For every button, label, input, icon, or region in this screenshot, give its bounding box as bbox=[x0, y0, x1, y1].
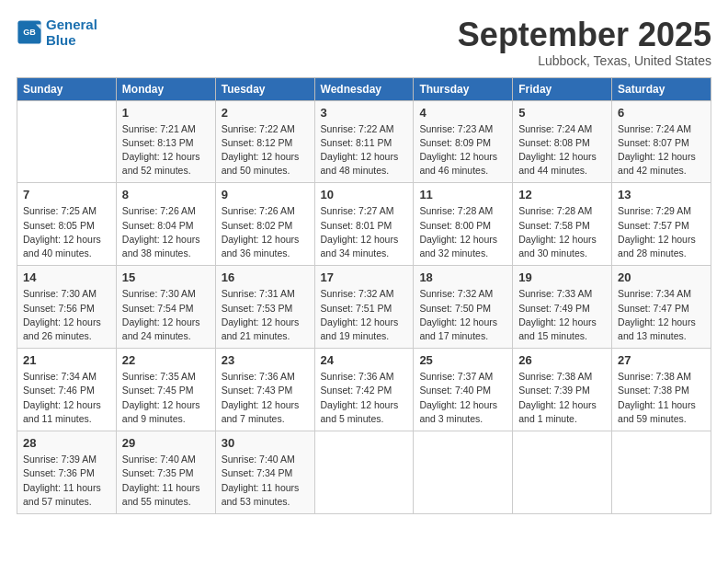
day-number: 19 bbox=[518, 270, 606, 284]
calendar-cell: 11Sunrise: 7:28 AMSunset: 8:00 PMDayligh… bbox=[414, 183, 513, 266]
calendar-cell: 8Sunrise: 7:26 AMSunset: 8:04 PMDaylight… bbox=[116, 183, 215, 266]
day-info: Sunrise: 7:32 AMSunset: 7:50 PMDaylight:… bbox=[419, 287, 506, 343]
day-info: Sunrise: 7:40 AMSunset: 7:35 PMDaylight:… bbox=[122, 453, 210, 509]
calendar-cell: 14Sunrise: 7:30 AMSunset: 7:56 PMDayligh… bbox=[17, 266, 117, 349]
calendar-cell: 9Sunrise: 7:26 AMSunset: 8:02 PMDaylight… bbox=[215, 183, 314, 266]
calendar-week-1: 1Sunrise: 7:21 AMSunset: 8:13 PMDaylight… bbox=[17, 100, 711, 183]
calendar-cell: 21Sunrise: 7:34 AMSunset: 7:46 PMDayligh… bbox=[17, 349, 117, 431]
day-info: Sunrise: 7:36 AMSunset: 7:42 PMDaylight:… bbox=[321, 370, 408, 426]
day-info: Sunrise: 7:27 AMSunset: 8:01 PMDaylight:… bbox=[321, 204, 408, 260]
day-header-monday: Monday bbox=[116, 77, 215, 100]
day-number: 1 bbox=[122, 106, 210, 120]
day-info: Sunrise: 7:22 AMSunset: 8:12 PMDaylight:… bbox=[222, 122, 309, 178]
day-number: 3 bbox=[321, 106, 408, 120]
day-number: 2 bbox=[222, 106, 309, 120]
day-info: Sunrise: 7:22 AMSunset: 8:11 PMDaylight:… bbox=[321, 122, 408, 178]
day-number: 7 bbox=[23, 188, 110, 201]
day-header-thursday: Thursday bbox=[414, 77, 513, 100]
calendar-cell: 17Sunrise: 7:32 AMSunset: 7:51 PMDayligh… bbox=[314, 266, 414, 349]
day-info: Sunrise: 7:26 AMSunset: 8:02 PMDaylight:… bbox=[222, 204, 309, 260]
day-info: Sunrise: 7:26 AMSunset: 8:04 PMDaylight:… bbox=[122, 204, 210, 260]
month-title: September 2025 bbox=[458, 17, 711, 53]
calendar-cell: 1Sunrise: 7:21 AMSunset: 8:13 PMDaylight… bbox=[116, 100, 215, 183]
day-info: Sunrise: 7:38 AMSunset: 7:39 PMDaylight:… bbox=[518, 370, 606, 426]
day-info: Sunrise: 7:28 AMSunset: 8:00 PMDaylight:… bbox=[419, 204, 506, 260]
calendar-cell bbox=[513, 431, 612, 514]
day-number: 5 bbox=[518, 106, 606, 120]
svg-text:GB: GB bbox=[23, 28, 36, 37]
calendar-cell: 18Sunrise: 7:32 AMSunset: 7:50 PMDayligh… bbox=[414, 266, 513, 349]
day-number: 25 bbox=[419, 353, 506, 367]
day-info: Sunrise: 7:30 AMSunset: 7:54 PMDaylight:… bbox=[122, 287, 210, 343]
calendar-week-5: 28Sunrise: 7:39 AMSunset: 7:36 PMDayligh… bbox=[17, 431, 711, 514]
calendar-week-2: 7Sunrise: 7:25 AMSunset: 8:05 PMDaylight… bbox=[17, 183, 711, 266]
calendar-cell: 12Sunrise: 7:28 AMSunset: 7:58 PMDayligh… bbox=[513, 183, 612, 266]
day-info: Sunrise: 7:33 AMSunset: 7:49 PMDaylight:… bbox=[518, 287, 606, 343]
day-info: Sunrise: 7:24 AMSunset: 8:07 PMDaylight:… bbox=[618, 122, 705, 178]
calendar-cell: 22Sunrise: 7:35 AMSunset: 7:45 PMDayligh… bbox=[116, 349, 215, 431]
day-number: 13 bbox=[618, 188, 705, 201]
day-header-wednesday: Wednesday bbox=[314, 77, 414, 100]
day-header-sunday: Sunday bbox=[17, 77, 117, 100]
calendar-cell: 13Sunrise: 7:29 AMSunset: 7:57 PMDayligh… bbox=[612, 183, 711, 266]
day-info: Sunrise: 7:31 AMSunset: 7:53 PMDaylight:… bbox=[222, 287, 309, 343]
calendar-header-row: SundayMondayTuesdayWednesdayThursdayFrid… bbox=[17, 77, 711, 100]
calendar-cell: 29Sunrise: 7:40 AMSunset: 7:35 PMDayligh… bbox=[116, 431, 215, 514]
calendar-cell: 6Sunrise: 7:24 AMSunset: 8:07 PMDaylight… bbox=[612, 100, 711, 183]
day-info: Sunrise: 7:37 AMSunset: 7:40 PMDaylight:… bbox=[419, 370, 506, 426]
day-header-saturday: Saturday bbox=[612, 77, 711, 100]
day-number: 29 bbox=[122, 436, 210, 450]
calendar-cell: 5Sunrise: 7:24 AMSunset: 8:08 PMDaylight… bbox=[513, 100, 612, 183]
calendar-cell: 24Sunrise: 7:36 AMSunset: 7:42 PMDayligh… bbox=[314, 349, 414, 431]
logo-text: General Blue bbox=[46, 17, 97, 48]
logo: GB General Blue bbox=[17, 17, 97, 48]
day-number: 26 bbox=[518, 353, 606, 367]
calendar-cell: 27Sunrise: 7:38 AMSunset: 7:38 PMDayligh… bbox=[612, 349, 711, 431]
day-info: Sunrise: 7:29 AMSunset: 7:57 PMDaylight:… bbox=[618, 204, 705, 260]
day-header-tuesday: Tuesday bbox=[215, 77, 314, 100]
day-number: 14 bbox=[23, 270, 110, 284]
day-number: 11 bbox=[419, 188, 506, 201]
day-number: 22 bbox=[122, 353, 210, 367]
day-info: Sunrise: 7:38 AMSunset: 7:38 PMDaylight:… bbox=[618, 370, 705, 426]
day-number: 20 bbox=[618, 270, 705, 284]
day-info: Sunrise: 7:34 AMSunset: 7:47 PMDaylight:… bbox=[618, 287, 705, 343]
calendar-cell: 10Sunrise: 7:27 AMSunset: 8:01 PMDayligh… bbox=[314, 183, 414, 266]
day-info: Sunrise: 7:39 AMSunset: 7:36 PMDaylight:… bbox=[23, 453, 110, 509]
day-number: 30 bbox=[222, 436, 309, 450]
day-number: 24 bbox=[321, 353, 408, 367]
calendar-cell: 15Sunrise: 7:30 AMSunset: 7:54 PMDayligh… bbox=[116, 266, 215, 349]
day-header-friday: Friday bbox=[513, 77, 612, 100]
calendar-cell: 16Sunrise: 7:31 AMSunset: 7:53 PMDayligh… bbox=[215, 266, 314, 349]
day-info: Sunrise: 7:21 AMSunset: 8:13 PMDaylight:… bbox=[122, 122, 210, 178]
day-info: Sunrise: 7:24 AMSunset: 8:08 PMDaylight:… bbox=[518, 122, 606, 178]
day-info: Sunrise: 7:40 AMSunset: 7:34 PMDaylight:… bbox=[222, 453, 309, 509]
calendar-table: SundayMondayTuesdayWednesdayThursdayFrid… bbox=[17, 77, 711, 514]
calendar-cell bbox=[17, 100, 117, 183]
calendar-week-3: 14Sunrise: 7:30 AMSunset: 7:56 PMDayligh… bbox=[17, 266, 711, 349]
calendar-cell: 4Sunrise: 7:23 AMSunset: 8:09 PMDaylight… bbox=[414, 100, 513, 183]
day-number: 4 bbox=[419, 106, 506, 120]
day-number: 12 bbox=[518, 188, 606, 201]
day-number: 21 bbox=[23, 353, 110, 367]
day-info: Sunrise: 7:28 AMSunset: 7:58 PMDaylight:… bbox=[518, 204, 606, 260]
day-number: 10 bbox=[321, 188, 408, 201]
logo-icon: GB bbox=[17, 19, 42, 45]
day-info: Sunrise: 7:25 AMSunset: 8:05 PMDaylight:… bbox=[23, 204, 110, 260]
calendar-cell bbox=[612, 431, 711, 514]
day-number: 9 bbox=[222, 188, 309, 201]
calendar-cell bbox=[314, 431, 414, 514]
day-number: 6 bbox=[618, 106, 705, 120]
page-header: GB General Blue September 2025 Lubbock, … bbox=[17, 17, 711, 68]
title-block: September 2025 Lubbock, Texas, United St… bbox=[458, 17, 711, 68]
calendar-cell: 2Sunrise: 7:22 AMSunset: 8:12 PMDaylight… bbox=[215, 100, 314, 183]
calendar-cell bbox=[414, 431, 513, 514]
calendar-cell: 20Sunrise: 7:34 AMSunset: 7:47 PMDayligh… bbox=[612, 266, 711, 349]
location: Lubbock, Texas, United States bbox=[458, 53, 711, 68]
calendar-cell: 19Sunrise: 7:33 AMSunset: 7:49 PMDayligh… bbox=[513, 266, 612, 349]
calendar-cell: 28Sunrise: 7:39 AMSunset: 7:36 PMDayligh… bbox=[17, 431, 117, 514]
calendar-cell: 25Sunrise: 7:37 AMSunset: 7:40 PMDayligh… bbox=[414, 349, 513, 431]
calendar-cell: 26Sunrise: 7:38 AMSunset: 7:39 PMDayligh… bbox=[513, 349, 612, 431]
day-number: 23 bbox=[222, 353, 309, 367]
day-number: 15 bbox=[122, 270, 210, 284]
